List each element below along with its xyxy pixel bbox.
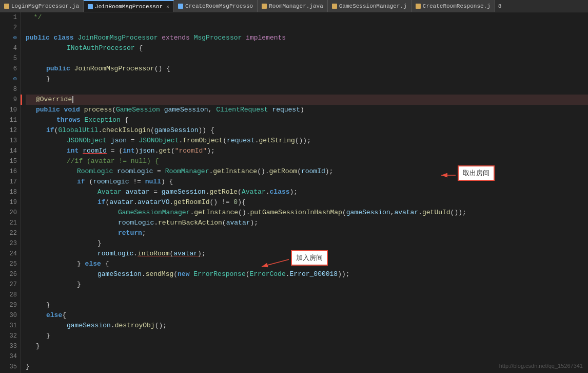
- tab-icon-createroomresponse: [416, 4, 421, 9]
- code-line-33: }: [26, 341, 588, 351]
- line-30: 30: [0, 310, 17, 321]
- code-line-34: [26, 351, 588, 362]
- tab-label-joinroom: JoinRoomMsgProcessor: [95, 4, 163, 10]
- line-18: 18: [0, 187, 17, 197]
- line-23: 23: [0, 238, 17, 249]
- tab-bar: LoginMsgProcessor.ja JoinRoomMsgProcesso…: [0, 0, 588, 12]
- line-12: 12: [0, 125, 17, 136]
- code-line-32: }: [26, 331, 588, 341]
- svg-line-3: [262, 259, 289, 267]
- line-6: 6: [0, 64, 17, 74]
- tab-icon-gamesession: [332, 4, 337, 9]
- arrow-into-room: [21, 12, 380, 300]
- line-24: 24: [0, 249, 17, 259]
- tab-icon-roommanager: [262, 4, 267, 9]
- tab-label-createroom: CreateRoomMsgProcsso: [185, 3, 253, 9]
- code-area[interactable]: */ public class JoinRoomMsgProcessor ext…: [21, 12, 588, 373]
- tab-label-roommanager: RoomManager.java: [269, 3, 323, 9]
- watermark: http://blog.csdn.net/qq_15267341: [499, 361, 583, 371]
- line-19: 19: [0, 197, 17, 208]
- line-34: 34: [0, 351, 17, 362]
- line-25: 25: [0, 259, 17, 269]
- line-20: 20: [0, 208, 17, 218]
- line-26: 26: [0, 269, 17, 279]
- line-27: 27: [0, 279, 17, 290]
- tab-icon-joinroom: [88, 4, 93, 9]
- tab-roommanager[interactable]: RoomManager.java: [258, 0, 328, 12]
- line-11: 11: [0, 115, 17, 125]
- line-35: 35: [0, 362, 17, 372]
- tab-icon-login: [4, 4, 9, 9]
- line-29: 29: [0, 300, 17, 310]
- tab-gamesession[interactable]: GameSessionManager.j: [328, 0, 411, 12]
- line-17: 17: [0, 177, 17, 187]
- line-gutter: 1 2 ⊖ 4 5 6 ⊖ 8 9 10 11 12 13 14 15 16 1…: [0, 12, 21, 373]
- tab-label-gamesession: GameSessionManager.j: [339, 3, 407, 9]
- code-line-30: else{: [26, 310, 588, 321]
- line-22: 22: [0, 228, 17, 238]
- tab-more[interactable]: 8: [495, 0, 505, 12]
- line-1: 1: [0, 12, 17, 23]
- tab-label-login: LoginMsgProcessor.ja: [11, 3, 79, 9]
- code-line-29: }: [26, 300, 588, 310]
- line-21: 21: [0, 218, 17, 228]
- line-10: 10: [0, 105, 17, 115]
- tab-createroom[interactable]: CreateRoomMsgProcsso: [174, 0, 258, 12]
- line-15: 15: [0, 156, 17, 166]
- line-9: 9: [0, 95, 17, 105]
- tab-label-createroomresponse: CreateRoomResponse.j: [423, 3, 491, 9]
- line-16: 16: [0, 166, 17, 177]
- line-33: 33: [0, 341, 17, 351]
- tab-joinroom[interactable]: JoinRoomMsgProcessor ✕: [84, 0, 174, 12]
- editor: 1 2 ⊖ 4 5 6 ⊖ 8 9 10 11 12 13 14 15 16 1…: [0, 12, 588, 373]
- line-28: 28: [0, 290, 17, 300]
- tab-login[interactable]: LoginMsgProcessor.ja: [0, 0, 84, 12]
- line-14: 14: [0, 146, 17, 156]
- line-31: 31: [0, 321, 17, 331]
- line-2: 2: [0, 23, 17, 33]
- line-32: 32: [0, 331, 17, 341]
- line-3: ⊖: [0, 33, 17, 43]
- line-5: 5: [0, 53, 17, 64]
- tab-icon-createroom: [178, 4, 183, 9]
- tab-more-count: 8: [498, 3, 502, 9]
- tab-createroomresponse[interactable]: CreateRoomResponse.j: [411, 0, 495, 12]
- tab-close-joinroom[interactable]: ✕: [166, 4, 169, 10]
- line-7: ⊖: [0, 74, 17, 84]
- line-4: 4: [0, 43, 17, 53]
- line-13: 13: [0, 136, 17, 146]
- line-8: 8: [0, 84, 17, 95]
- code-line-31: gameSession.destroyObj();: [26, 321, 588, 331]
